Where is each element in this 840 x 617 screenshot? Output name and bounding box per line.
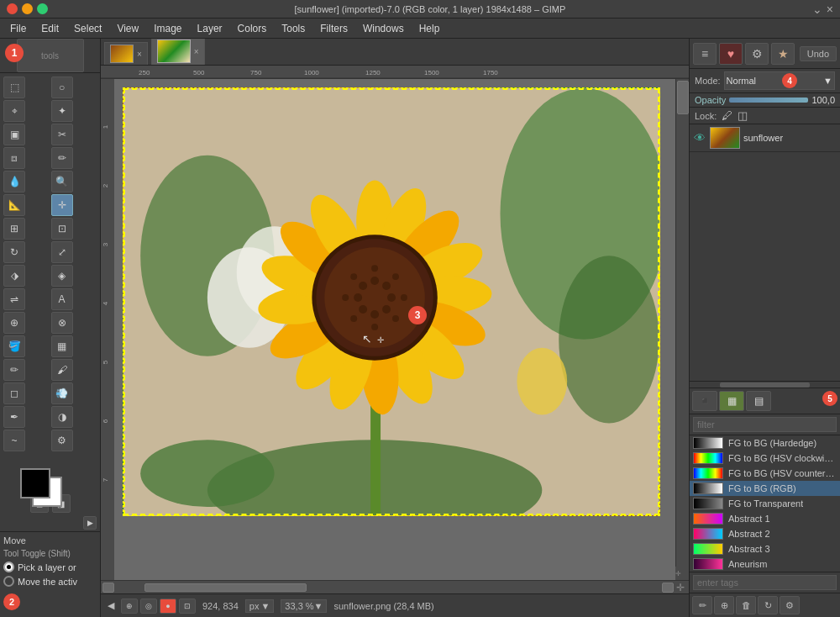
tool-heal[interactable]: ⊗ [51,312,73,334]
tags-input[interactable] [693,575,837,590]
panel-edit-btn[interactable]: ✏ [692,596,712,614]
gradient-fg-bg-rgb[interactable]: FG to BG (RGB) [690,481,840,496]
tool-align[interactable]: ⊞ [3,218,25,240]
tool-dodge[interactable]: ◑ [51,406,73,428]
menu-edit[interactable]: Edit [34,21,66,36]
status-tool-4[interactable]: ⊡ [179,599,196,614]
tool-ink[interactable]: ✒ [3,406,25,428]
tool-gradient[interactable]: ▦ [51,335,73,357]
status-tool-3[interactable]: ● [160,599,176,614]
opacity-slider[interactable] [729,98,808,103]
tool-airbrush[interactable]: 💨 [51,382,73,404]
tool-crop[interactable]: ⊡ [51,218,73,240]
panel-btn-3[interactable]: ⚙ [745,43,769,65]
menu-layer[interactable]: Layer [191,21,229,36]
tool-shear[interactable]: ⬗ [3,265,25,287]
tool-options-btn[interactable]: ⚙ [51,430,73,451]
layer-row-sunflower[interactable]: 👁 sunflower [690,124,840,152]
gradient-fg-bg-hardedge[interactable]: FG to BG (Hardedge) [690,435,840,451]
maximize-button[interactable] [37,3,48,14]
tool-measure[interactable]: 📐 [3,194,25,216]
panel-new-btn[interactable]: ⊕ [714,596,734,614]
brush-tab-1[interactable]: ◾ [692,391,717,411]
tab2-close[interactable]: × [194,47,199,56]
tool-paths[interactable]: ✏ [51,147,73,169]
brush-tab-2[interactable]: ▦ [719,391,744,411]
layer-visibility-toggle[interactable]: 👁 [693,131,706,145]
tool-rotate[interactable]: ↻ [3,241,25,263]
win-collapse-icon[interactable]: ⌄ [812,3,822,16]
foreground-color[interactable] [20,468,50,498]
tool-scale[interactable]: ⤢ [51,241,73,263]
fg-bg-selector[interactable] [0,458,100,493]
layer-scrollbar[interactable] [690,381,840,388]
tool-color-picker[interactable]: 💧 [3,171,25,192]
canvas-tab-1[interactable]: × [104,42,148,65]
menu-colors[interactable]: Colors [231,21,274,36]
gradient-abstract-2[interactable]: Abstract 2 [690,526,840,541]
tool-foreground[interactable]: ⧈ [3,147,25,169]
tool-rect-select[interactable]: ⬚ [3,76,25,98]
tool-scissors[interactable]: ✂ [51,124,73,145]
lock-pixels-icon[interactable]: 🖊 [722,109,732,122]
gradient-abstract-1[interactable]: Abstract 1 [690,511,840,526]
zoom-selector[interactable]: 33,3 % ▼ [281,599,327,613]
layers-panel-btn[interactable]: ≡ [693,43,717,65]
minimize-button[interactable] [22,3,33,14]
status-tool-2[interactable]: ◎ [140,599,157,614]
panel-settings-btn[interactable]: ⚙ [780,596,800,614]
menu-image[interactable]: Image [147,21,188,36]
gradient-aneurism[interactable]: Aneurism [690,556,840,572]
canvas-tab-2[interactable]: × [151,39,205,65]
panel-btn-4[interactable]: ★ [771,43,795,65]
tool-eraser[interactable]: ◻ [3,382,25,404]
canvas-scrollbar-h[interactable]: ✛ [101,580,689,593]
tool-clone[interactable]: ⊕ [3,312,25,334]
move-active-radio[interactable]: Move the activ [3,576,97,587]
gradient-fg-bg-hsv-ccw[interactable]: FG to BG (HSV counter-clo [690,466,840,481]
tool-fuzzy-select[interactable]: ✦ [51,100,73,122]
grad-name-2: FG to BG (HSV clockwise h [728,453,837,463]
panel-btn-2[interactable]: ♥ [719,43,743,65]
menu-windows[interactable]: Windows [356,21,411,36]
scroll-navigate[interactable]: ✛ [674,581,687,594]
tool-by-color[interactable]: ▣ [3,124,25,145]
tool-text[interactable]: A [51,288,73,310]
menu-view[interactable]: View [110,21,145,36]
brush-tab-3[interactable]: ▤ [746,391,771,411]
undo-button[interactable]: Undo [800,46,837,61]
gradient-fg-bg-hsv-cw[interactable]: FG to BG (HSV clockwise h [690,451,840,466]
menu-tools[interactable]: Tools [275,21,312,36]
tool-paintbrush[interactable]: 🖌 [51,359,73,381]
tool-paintbucket[interactable]: 🪣 [3,335,25,357]
tool-zoom[interactable]: 🔍 [51,171,73,192]
menu-filters[interactable]: Filters [313,21,354,36]
menu-select[interactable]: Select [67,21,108,36]
tool-pencil[interactable]: ✏ [3,359,25,381]
canvas-scrollbar-v[interactable] [675,79,689,567]
gradient-abstract-3[interactable]: Abstract 3 [690,541,840,556]
menu-help[interactable]: Help [412,21,447,36]
status-nav-left[interactable]: ◀ [108,600,114,611]
unit-selector[interactable]: px ▼ [245,599,275,613]
lock-alpha-icon[interactable]: ◫ [738,109,748,122]
pick-layer-radio[interactable]: Pick a layer or [3,562,97,572]
mode-select[interactable]: Normal 4 ▼ [724,71,835,90]
tool-perspective[interactable]: ◈ [51,265,73,287]
tool-flip[interactable]: ⇌ [3,288,25,310]
win-close-icon[interactable]: × [827,3,833,16]
status-tool-1[interactable]: ⊕ [121,599,138,614]
gradient-filter-input[interactable] [693,417,837,432]
panel-refresh-btn[interactable]: ↻ [758,596,778,614]
tool-move[interactable]: ✛ [51,194,73,216]
menu-file[interactable]: File [3,21,33,36]
canvas-viewport[interactable]: ↖ ✛ 3 ✛ [114,79,689,580]
close-button[interactable] [7,3,18,14]
gradient-fg-transparent[interactable]: FG to Transparent [690,496,840,511]
tool-ellipse-select[interactable]: ○ [51,76,73,98]
expand-btn[interactable]: ▶ [83,516,97,530]
tab1-close[interactable]: × [137,50,142,59]
tool-free-select[interactable]: ⌖ [3,100,25,122]
panel-del-btn[interactable]: 🗑 [736,596,756,614]
tool-smudge[interactable]: ~ [3,430,25,451]
